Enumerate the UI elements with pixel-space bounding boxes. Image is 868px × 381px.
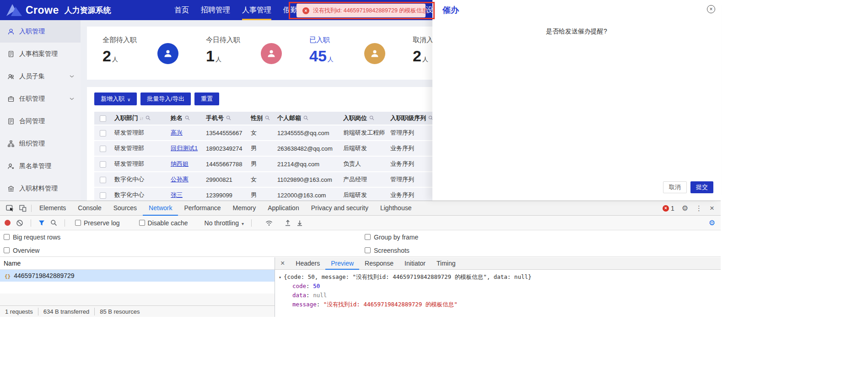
- tab-console[interactable]: Console: [72, 201, 107, 216]
- sidebar-item-onboarding-materials[interactable]: 入职材料管理: [0, 177, 81, 200]
- close-icon[interactable]: [707, 5, 715, 13]
- sidebar-item-personnel-subset[interactable]: 人员子集: [0, 65, 81, 87]
- submit-button[interactable]: 提交: [690, 181, 713, 193]
- sidebar: 入职管理 人事档案管理 人员子集 任职管理 合同管理 组织管理 黑名单管理: [0, 20, 81, 201]
- export-har-icon[interactable]: [297, 219, 303, 226]
- search-icon[interactable]: [146, 115, 151, 120]
- row-checkbox[interactable]: [100, 146, 106, 152]
- row-checkbox[interactable]: [100, 161, 106, 168]
- row-checkbox[interactable]: [100, 177, 106, 183]
- col-dept[interactable]: 入职部门: [109, 112, 165, 125]
- cell-gender: 女: [245, 125, 272, 141]
- settings-gear-icon[interactable]: [682, 204, 688, 212]
- search-icon[interactable]: [50, 219, 57, 226]
- property-value: "没有找到id: 44659719842889729 的模板信息": [323, 301, 458, 308]
- sidebar-item-contract[interactable]: 合同管理: [0, 110, 81, 132]
- network-conditions-icon[interactable]: [265, 220, 273, 226]
- stat-info: 已入职 45人: [309, 36, 363, 80]
- expand-arrow-icon[interactable]: [279, 275, 281, 280]
- property-value: 50: [313, 283, 320, 289]
- reset-button[interactable]: 重置: [194, 93, 219, 105]
- sidebar-item-personnel-files[interactable]: 人事档案管理: [0, 43, 81, 65]
- select-all-checkbox[interactable]: [100, 115, 106, 122]
- preserve-log-toggle[interactable]: Preserve log: [75, 219, 120, 227]
- batch-import-export-button[interactable]: 批量导入/导出: [140, 93, 191, 105]
- record-button[interactable]: [5, 220, 11, 226]
- group-by-frame-toggle[interactable]: Group by frame: [365, 234, 418, 241]
- stat-onboarded[interactable]: 已入职 45人: [309, 36, 413, 80]
- col-phone[interactable]: 手机号: [200, 112, 245, 125]
- tab-timing[interactable]: Timing: [431, 257, 461, 270]
- more-options-icon[interactable]: [695, 204, 702, 212]
- tab-performance[interactable]: Performance: [178, 201, 226, 216]
- request-row[interactable]: 44659719842889729: [0, 270, 275, 282]
- search-icon[interactable]: [226, 115, 231, 120]
- tab-sources[interactable]: Sources: [108, 201, 143, 216]
- device-toolbar-icon: [19, 205, 27, 212]
- import-har-icon[interactable]: [285, 219, 291, 226]
- nav-item-hr[interactable]: 人事管理: [242, 0, 271, 20]
- nav-item-home[interactable]: 首页: [174, 0, 189, 20]
- search-icon[interactable]: [185, 115, 190, 120]
- throttling-dropdown[interactable]: No throttling: [205, 219, 244, 227]
- nav-item-recruitment[interactable]: 招聘管理: [201, 0, 230, 20]
- row-checkbox[interactable]: [100, 130, 106, 136]
- checkbox[interactable]: [365, 247, 371, 253]
- new-onboarding-button[interactable]: 新增入职: [94, 93, 137, 105]
- name-column-header[interactable]: Name: [0, 257, 275, 270]
- overview-toggle[interactable]: Overview: [4, 247, 39, 254]
- checkbox[interactable]: [365, 234, 371, 240]
- col-name[interactable]: 姓名: [165, 112, 200, 125]
- sidebar-item-blacklist[interactable]: 黑名单管理: [0, 155, 81, 177]
- brand: Crowe 人力资源系统: [6, 0, 111, 20]
- row-checkbox[interactable]: [100, 192, 106, 199]
- tab-memory[interactable]: Memory: [227, 201, 262, 216]
- tab-initiator[interactable]: Initiator: [399, 257, 431, 270]
- checkbox[interactable]: [4, 247, 10, 253]
- employee-link[interactable]: 纳西妲: [171, 160, 189, 167]
- checkbox[interactable]: [139, 220, 145, 226]
- search-icon[interactable]: [265, 115, 270, 120]
- person-badge-icon: [364, 43, 385, 64]
- tab-elements[interactable]: Elements: [33, 201, 72, 216]
- col-email[interactable]: 个人邮箱: [272, 112, 338, 125]
- filter-icon[interactable]: [38, 220, 45, 226]
- tab-application[interactable]: Application: [262, 201, 305, 216]
- tab-headers[interactable]: Headers: [290, 257, 325, 270]
- inspect-element-button[interactable]: [4, 202, 16, 215]
- employee-link[interactable]: 公孙离: [171, 176, 189, 183]
- cancel-button[interactable]: 取消: [663, 181, 687, 193]
- search-icon[interactable]: [303, 115, 308, 120]
- search-icon[interactable]: [369, 115, 374, 120]
- tab-privacy-security[interactable]: Privacy and security: [305, 201, 374, 216]
- stat-all-pending[interactable]: 全部待入职 2人: [102, 36, 206, 80]
- tree-root[interactable]: {code: 50, message: "没有找到id: 44659719842…: [279, 272, 721, 282]
- clear-icon[interactable]: [16, 219, 23, 227]
- tab-preview[interactable]: Preview: [325, 257, 359, 270]
- tab-lighthouse[interactable]: Lighthouse: [374, 201, 418, 216]
- sort-icon[interactable]: [138, 114, 143, 121]
- big-request-rows-toggle[interactable]: Big request rows: [4, 234, 60, 241]
- close-devtools-icon[interactable]: [710, 204, 714, 213]
- screenshots-toggle[interactable]: Screenshots: [365, 247, 410, 254]
- device-toolbar-button[interactable]: [16, 202, 29, 215]
- checkbox[interactable]: [75, 220, 81, 226]
- employee-link[interactable]: 张三: [171, 191, 183, 198]
- checkbox[interactable]: [4, 234, 10, 240]
- close-detail-icon[interactable]: [275, 259, 290, 267]
- error-count-badge[interactable]: 1: [663, 205, 674, 212]
- sidebar-item-organization[interactable]: 组织管理: [0, 132, 81, 155]
- network-settings-gear-icon[interactable]: [709, 218, 721, 227]
- col-position[interactable]: 入职岗位: [338, 112, 385, 125]
- cell-phone: 12399099: [200, 188, 245, 201]
- tab-response[interactable]: Response: [359, 257, 399, 270]
- employee-link[interactable]: 高兴: [171, 129, 183, 136]
- stat-today-pending[interactable]: 今日待入职 1人: [206, 36, 309, 80]
- col-gender[interactable]: 性别: [245, 112, 272, 125]
- tree-item: datanull: [279, 291, 721, 300]
- employee-link[interactable]: 回归测试1: [171, 145, 198, 152]
- disable-cache-toggle[interactable]: Disable cache: [139, 219, 188, 227]
- tab-network[interactable]: Network: [143, 201, 178, 216]
- sidebar-item-onboarding[interactable]: 入职管理: [0, 20, 81, 43]
- sidebar-item-position[interactable]: 任职管理: [0, 87, 81, 110]
